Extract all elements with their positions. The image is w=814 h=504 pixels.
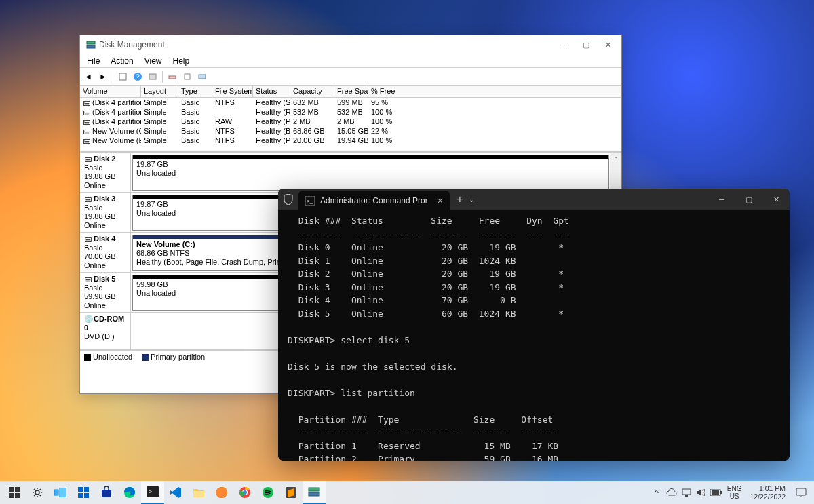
cell: NTFS <box>212 98 253 108</box>
terminal-taskbar-icon[interactable]: >_ <box>141 481 164 504</box>
cell: Healthy (S... <box>253 98 290 108</box>
terminal-titlebar[interactable]: >_ Administrator: Command Pror × +⌄ ─ ▢ … <box>278 189 790 210</box>
svg-rect-0 <box>87 41 95 44</box>
tool-button-2[interactable] <box>166 70 179 83</box>
svg-point-15 <box>35 490 39 495</box>
start-button[interactable] <box>3 481 26 504</box>
col-volume[interactable]: Volume <box>80 85 141 98</box>
chrome-icon[interactable] <box>233 481 256 504</box>
cell: 2 MB <box>290 117 334 127</box>
term-maximize-button[interactable]: ▢ <box>735 189 762 210</box>
onedrive-icon[interactable] <box>665 481 678 504</box>
cell: 15.05 GB <box>334 127 368 136</box>
disk-mgmt-taskbar-icon[interactable] <box>303 481 326 504</box>
col-free[interactable]: Free Spa... <box>334 85 368 98</box>
svg-rect-20 <box>78 493 83 498</box>
legend-primary-swatch <box>142 354 149 361</box>
term-close-button[interactable]: ✕ <box>762 189 790 210</box>
tool-button-3[interactable] <box>180 70 194 83</box>
unallocated-space[interactable]: 19.87 GBUnallocated <box>132 155 609 191</box>
volume-row[interactable]: 🖴New Volume (C:)SimpleBasicNTFSHealthy (… <box>80 127 621 136</box>
legend-unalloc-swatch <box>84 354 91 361</box>
col-capacity[interactable]: Capacity <box>290 85 334 98</box>
col-layout[interactable]: Layout <box>141 85 178 98</box>
separator <box>162 71 163 83</box>
svg-text:?: ? <box>136 73 140 81</box>
svg-rect-13 <box>9 493 14 498</box>
new-tab-button[interactable]: +⌄ <box>455 189 476 210</box>
volume-row[interactable]: 🖴New Volume (E:)SimpleBasicNTFSHealthy (… <box>80 136 621 146</box>
toolbar: ◄ ► ? <box>80 68 621 85</box>
volume-row[interactable]: 🖴(Disk 4 partition 3)SimpleBasicHealthy … <box>80 108 621 117</box>
cell: 🖴(Disk 4 partition 2) <box>80 98 141 108</box>
svg-rect-39 <box>712 490 719 495</box>
scroll-up-icon[interactable]: ^ <box>610 153 621 163</box>
widgets-icon[interactable] <box>72 481 95 504</box>
maximize-button[interactable]: ▢ <box>575 36 597 54</box>
col-status[interactable]: Status <box>253 85 290 98</box>
col-fs[interactable]: File System <box>212 85 253 98</box>
menu-help[interactable]: Help <box>168 55 195 67</box>
disk-row[interactable]: 🖴Disk 2Basic19.88 GBOnline19.87 GBUnallo… <box>80 153 610 193</box>
terminal-tab[interactable]: >_ Administrator: Command Pror × <box>298 191 450 210</box>
cell: Simple <box>141 98 178 108</box>
help-button[interactable]: ? <box>131 70 144 83</box>
taskbar: >_ ^ ENGUS 1:01 PM12/22/2022 <box>0 481 814 504</box>
volume-row[interactable]: 🖴(Disk 4 partition 4)SimpleBasicRAWHealt… <box>80 117 621 127</box>
tray-chevron-icon[interactable]: ^ <box>650 481 663 504</box>
sublime-icon[interactable] <box>279 481 303 504</box>
volume-row[interactable]: 🖴(Disk 4 partition 2)SimpleBasicNTFSHeal… <box>80 98 621 108</box>
network-icon[interactable] <box>680 481 693 504</box>
svg-rect-14 <box>15 493 20 498</box>
firefox-icon[interactable] <box>210 481 233 504</box>
chevron-down-icon[interactable]: ⌄ <box>469 196 474 203</box>
svg-text:>_: >_ <box>307 198 313 204</box>
edge-icon[interactable] <box>118 481 141 504</box>
notification-icon[interactable] <box>791 487 811 498</box>
menu-action[interactable]: Action <box>105 55 138 67</box>
settings-icon[interactable] <box>26 481 49 504</box>
minimize-button[interactable]: ─ <box>554 36 575 54</box>
explorer-icon[interactable] <box>187 481 210 504</box>
svg-rect-11 <box>9 487 14 492</box>
battery-icon[interactable] <box>710 481 723 504</box>
cell: NTFS <box>212 136 253 146</box>
volume-list: Volume Layout Type File System Status Ca… <box>80 85 621 152</box>
cell: Simple <box>141 136 178 146</box>
window-title: Disk Management <box>99 40 554 50</box>
task-view-icon[interactable] <box>49 481 72 504</box>
svg-rect-26 <box>193 491 204 497</box>
language-indicator[interactable]: ENGUS <box>724 485 745 500</box>
svg-rect-12 <box>15 487 20 492</box>
term-minimize-button[interactable]: ─ <box>708 189 735 210</box>
cell: 532 MB <box>290 108 334 117</box>
store-icon[interactable] <box>95 481 118 504</box>
forward-button[interactable]: ► <box>96 70 110 83</box>
clock[interactable]: 1:01 PM12/22/2022 <box>745 484 790 501</box>
cell: Healthy (B... <box>253 127 290 136</box>
svg-rect-6 <box>169 76 176 79</box>
svg-rect-34 <box>309 492 319 496</box>
spotify-icon[interactable] <box>256 481 279 504</box>
menu-file[interactable]: File <box>81 55 105 67</box>
vscode-icon[interactable] <box>164 481 187 504</box>
tab-close-icon[interactable]: × <box>438 195 443 206</box>
close-button[interactable]: ✕ <box>597 36 619 54</box>
cell: 95 % <box>368 98 621 108</box>
tool-button-4[interactable] <box>195 70 209 83</box>
separator <box>113 71 113 83</box>
menu-view[interactable]: View <box>139 55 168 67</box>
svg-text:>_: >_ <box>149 488 156 495</box>
dm-titlebar[interactable]: Disk Management ─ ▢ ✕ <box>80 35 621 54</box>
tool-button[interactable] <box>146 70 159 83</box>
col-pct[interactable]: % Free <box>368 85 621 98</box>
volume-icon[interactable] <box>695 481 708 504</box>
svg-rect-22 <box>102 490 111 497</box>
cell: RAW <box>212 117 253 127</box>
back-button[interactable]: ◄ <box>81 70 95 83</box>
menu-bar: File Action View Help <box>80 54 621 68</box>
terminal-output[interactable]: Disk ### Status Size Free Dyn Gpt ------… <box>278 210 790 461</box>
refresh-button[interactable] <box>116 70 130 83</box>
col-type[interactable]: Type <box>178 85 212 98</box>
svg-rect-35 <box>682 489 691 495</box>
